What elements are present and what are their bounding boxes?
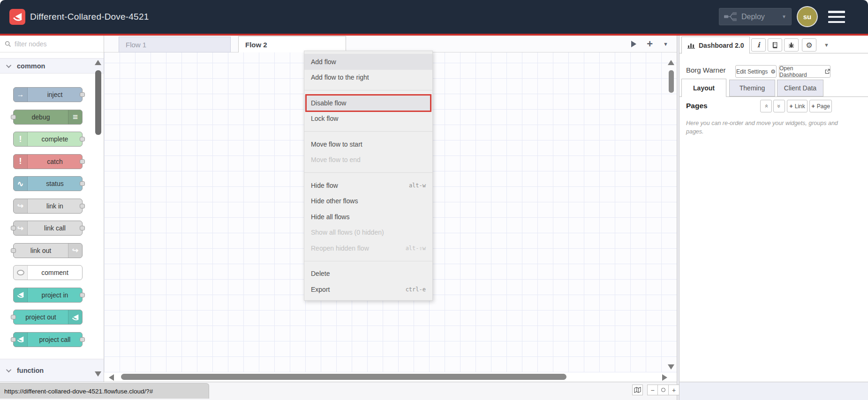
book-icon[interactable] xyxy=(768,38,782,52)
link-icon: ↪ xyxy=(14,199,28,213)
tab-layout[interactable]: Layout xyxy=(681,79,726,97)
menu-separator xyxy=(304,172,432,173)
palette-node-label: link out xyxy=(14,244,68,258)
node-output-port[interactable] xyxy=(80,204,85,208)
palette-node-project-in[interactable]: project in xyxy=(13,288,83,303)
palette-scrollbar-thumb[interactable] xyxy=(95,70,101,135)
expand-all-button[interactable]: » xyxy=(773,100,785,112)
link-icon: ↪ xyxy=(68,244,82,258)
palette-node-comment[interactable]: comment xyxy=(13,265,83,280)
palette-node-project-call[interactable]: project call xyxy=(13,332,83,347)
navigator-toggle-button[interactable] xyxy=(632,385,643,395)
user-avatar[interactable]: su xyxy=(798,7,817,26)
palette-node-link-call[interactable]: ↪link call xyxy=(13,221,83,236)
palette-scroll-up-icon[interactable] xyxy=(95,60,101,65)
canvas-scroll-left-icon[interactable] xyxy=(109,374,114,381)
palette-node-project-out[interactable]: project out xyxy=(13,310,83,325)
node-output-port[interactable] xyxy=(80,337,85,342)
menu-item-add-flow-to-the-right[interactable]: Add flow to the right xyxy=(304,70,432,86)
zoom-out-button[interactable]: − xyxy=(647,385,658,395)
tab-dashboard-2-0[interactable]: Dashboard 2.0 xyxy=(681,37,750,54)
palette-node-debug[interactable]: ≡debug xyxy=(13,110,83,125)
add-link-button[interactable]: + Link xyxy=(787,100,808,112)
node-output-port[interactable] xyxy=(80,92,85,97)
node-input-port[interactable] xyxy=(11,115,16,119)
node-input-port[interactable] xyxy=(11,315,16,319)
node-output-port[interactable] xyxy=(80,137,85,141)
pages-title: Pages xyxy=(686,102,708,110)
menu-item-label: Move flow to end xyxy=(311,156,361,163)
palette-node-complete[interactable]: !complete xyxy=(13,132,83,147)
menu-item-label: Delete xyxy=(311,270,330,277)
gear-icon[interactable]: ⚙ xyxy=(802,38,816,52)
node-output-port[interactable] xyxy=(80,226,85,230)
menu-item-add-flow[interactable]: Add flow xyxy=(304,54,432,70)
dashboard-subtabs: Layout Theming Client Data xyxy=(679,79,868,97)
info-icon[interactable]: i xyxy=(751,38,766,52)
canvas-vertical-scrollbar-thumb[interactable] xyxy=(669,70,674,93)
menu-item-hide-all-flows[interactable]: Hide all flows xyxy=(304,209,432,225)
palette-node-label: project call xyxy=(28,333,82,347)
menu-item-hide-other-flows[interactable]: Hide other flows xyxy=(304,193,432,209)
tab-flow-1[interactable]: Flow 1 xyxy=(119,37,231,52)
node-input-port[interactable] xyxy=(11,248,16,253)
menu-item-label: Hide other flows xyxy=(311,197,358,205)
menu-item-shortcut: alt-w xyxy=(409,182,426,189)
menu-item-disable-flow[interactable]: Disable flow xyxy=(304,95,432,111)
flow-list-caret-icon[interactable]: ▼ xyxy=(663,41,668,47)
palette-node-label: link in xyxy=(28,199,82,213)
palette-node-inject[interactable]: →inject xyxy=(13,87,83,102)
node-output-port[interactable] xyxy=(80,181,85,186)
pages-header-row: Pages » » + Link + Page xyxy=(679,97,868,118)
palette-node-label: debug xyxy=(14,110,68,124)
palette-node-label: project out xyxy=(14,310,68,324)
palette-category-function[interactable]: function xyxy=(0,359,104,382)
tab-client-data[interactable]: Client Data xyxy=(777,80,823,96)
palette-node-link-in[interactable]: ↪link in xyxy=(13,199,83,214)
palette-node-label: inject xyxy=(28,88,82,102)
sidebar-caret-icon[interactable]: ▼ xyxy=(824,42,829,48)
menu-item-lock-flow[interactable]: Lock flow xyxy=(304,111,432,127)
node-input-port[interactable] xyxy=(11,226,16,230)
menu-item-hide-flow[interactable]: Hide flowalt-w xyxy=(304,178,432,193)
main-menu-icon[interactable] xyxy=(828,11,845,23)
node-output-port[interactable] xyxy=(80,159,85,164)
add-page-button[interactable]: + Page xyxy=(809,100,832,112)
palette-node-label: comment xyxy=(28,266,82,280)
app-header: Different-Collared-Dove-4521 Deploy ▼ su xyxy=(0,0,868,34)
edit-settings-button[interactable]: Edit Settings ⚙ xyxy=(735,65,777,78)
palette-node-label: complete xyxy=(28,132,82,146)
plus-icon: + xyxy=(789,103,793,110)
node-output-port[interactable] xyxy=(80,293,85,297)
canvas-horizontal-scrollbar-thumb[interactable] xyxy=(121,374,566,380)
palette-category-common[interactable]: common xyxy=(0,58,104,74)
menu-item-move-flow-to-start[interactable]: Move flow to start xyxy=(304,136,432,152)
node-input-port[interactable] xyxy=(11,337,16,342)
zoom-in-button[interactable]: + xyxy=(669,385,679,395)
pulse-icon: ∿ xyxy=(14,177,28,191)
palette-node-label: status xyxy=(28,177,82,191)
tab-scroll-right-icon[interactable] xyxy=(631,41,636,47)
add-flow-icon[interactable]: + xyxy=(647,39,653,49)
canvas-scroll-up-icon[interactable] xyxy=(668,60,674,65)
palette-node-catch[interactable]: !catch xyxy=(13,154,83,169)
plus-icon: + xyxy=(811,103,815,110)
collapse-all-button[interactable]: » xyxy=(760,100,772,112)
deploy-caret-icon[interactable]: ▼ xyxy=(782,14,786,19)
menu-item-delete[interactable]: Delete xyxy=(304,266,432,282)
bug-icon[interactable] xyxy=(784,38,799,52)
menu-item-export[interactable]: Exportctrl-e xyxy=(304,281,432,297)
open-dashboard-button[interactable]: Open Dashboard xyxy=(779,65,830,78)
deploy-label: Deploy xyxy=(741,13,765,21)
deploy-button[interactable]: Deploy ▼ xyxy=(719,8,792,25)
canvas-scroll-down-icon[interactable] xyxy=(668,364,674,370)
palette-node-link-out[interactable]: ↪link out xyxy=(13,243,83,258)
palette-node-status[interactable]: ∿status xyxy=(13,176,83,191)
palette-search-input[interactable]: filter nodes xyxy=(0,36,104,52)
tab-theming[interactable]: Theming xyxy=(729,80,775,96)
palette-scroll-down-icon[interactable] xyxy=(95,371,101,377)
canvas-scroll-right-icon[interactable] xyxy=(662,374,667,381)
zoom-reset-button[interactable] xyxy=(658,385,669,395)
menu-item-label: Reopen hidden flow xyxy=(311,244,369,252)
flow-context-menu: Add flowAdd flow to the rightDisable flo… xyxy=(304,51,433,301)
